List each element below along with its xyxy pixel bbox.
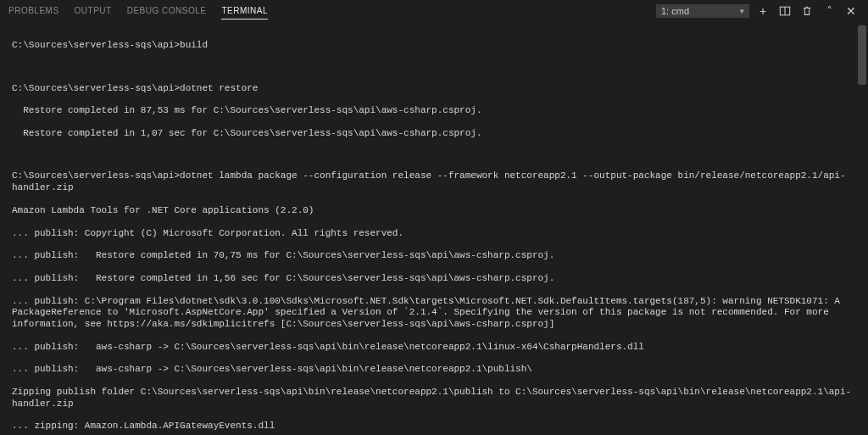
terminal-line: Restore completed in 1,07 sec for C:\Sou…: [12, 128, 856, 139]
maximize-panel-button[interactable]: ˄: [821, 3, 837, 20]
tab-output[interactable]: OUTPUT: [75, 3, 112, 20]
panel-tabbar: PROBLEMS OUTPUT DEBUG CONSOLE TERMINAL 1…: [0, 0, 868, 22]
kill-terminal-button[interactable]: [798, 3, 815, 20]
tab-terminal[interactable]: TERMINAL: [221, 3, 268, 20]
terminal-line: ... publish: Restore completed in 1,56 s…: [12, 273, 856, 284]
terminal-line: Amazon Lambda Tools for .NET Core applic…: [12, 205, 856, 216]
split-terminal-button[interactable]: [776, 3, 793, 20]
terminal-output[interactable]: C:\Sources\serverless-sqs\api>build C:\S…: [0, 22, 868, 435]
terminal-line: C:\Sources\serverless-sqs\api>dotnet lam…: [12, 170, 856, 193]
terminal-line: C:\Sources\serverless-sqs\api>build: [12, 40, 856, 51]
close-icon: ✕: [846, 4, 856, 18]
terminal-line: ... publish: Restore completed in 70,75 …: [12, 250, 856, 261]
split-pane-icon: [779, 5, 791, 17]
panel-tabs: PROBLEMS OUTPUT DEBUG CONSOLE TERMINAL: [8, 3, 268, 20]
terminal-line: ... publish: aws-csharp -> C:\Sources\se…: [12, 342, 856, 353]
terminal-selector[interactable]: 1: cmd ▾: [656, 4, 749, 18]
terminal-line: ... publish: C:\Program Files\dotnet\sdk…: [12, 296, 856, 330]
chevron-down-icon: ▾: [740, 7, 744, 15]
chevron-up-icon: ˄: [826, 4, 832, 18]
terminal-line: ... publish: Copyright (C) Microsoft Cor…: [12, 228, 856, 239]
terminal-line: ... zipping: Amazon.Lambda.APIGatewayEve…: [12, 421, 856, 432]
terminal-line: ... publish: aws-csharp -> C:\Sources\se…: [12, 364, 856, 375]
plus-icon: +: [760, 4, 766, 18]
tab-debug-console[interactable]: DEBUG CONSOLE: [127, 3, 207, 20]
terminal-line: Zipping publish folder C:\Sources\server…: [12, 387, 856, 410]
terminal-line: Restore completed in 87,53 ms for C:\Sou…: [12, 105, 856, 116]
tab-problems[interactable]: PROBLEMS: [8, 3, 59, 20]
scrollbar-thumb[interactable]: [858, 25, 866, 85]
terminal-line: C:\Sources\serverless-sqs\api>dotnet res…: [12, 83, 856, 94]
new-terminal-button[interactable]: +: [754, 3, 771, 20]
trash-icon: [801, 5, 813, 17]
terminal-selector-value: 1: cmd: [661, 6, 689, 16]
close-panel-button[interactable]: ✕: [843, 3, 860, 20]
